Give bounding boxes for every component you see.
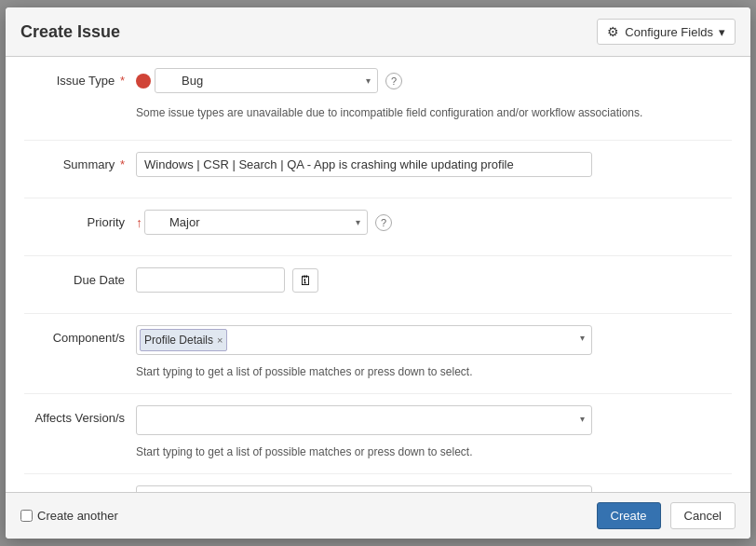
- priority-label: Priority: [24, 210, 136, 229]
- priority-row: Priority ↑ Major Blocker Critical Minor …: [24, 210, 732, 235]
- fix-version-content: ▾ Start typing to get a list of possible…: [136, 485, 732, 492]
- affects-version-section: Affects Version/s ▾ Start typing to get …: [24, 394, 732, 474]
- dialog-footer: Create another Create Cancel: [6, 492, 750, 539]
- issue-type-section: Issue Type Bug Task Story Epic ▾: [24, 57, 732, 141]
- component-tag-profile-details: Profile Details ×: [140, 329, 227, 351]
- footer-left: Create another: [20, 509, 118, 523]
- affects-version-select[interactable]: [136, 405, 592, 435]
- due-date-content: 🗓: [136, 267, 732, 293]
- calendar-icon: 🗓: [299, 273, 312, 288]
- dialog-title: Create Issue: [20, 22, 120, 42]
- chevron-down-icon: ▾: [719, 25, 725, 39]
- dialog-body: Issue Type Bug Task Story Epic ▾: [6, 57, 750, 492]
- affects-version-content: ▾ Start typing to get a list of possible…: [136, 405, 732, 458]
- due-date-row: Due Date 🗓: [24, 267, 732, 293]
- configure-fields-button[interactable]: ⚙ Configure Fields ▾: [597, 19, 736, 45]
- components-section: Component/s Profile Details × ▾: [24, 314, 732, 394]
- summary-content: [136, 152, 732, 177]
- issue-type-row: Issue Type Bug Task Story Epic ▾: [24, 68, 732, 93]
- affects-version-wrapper: ▾: [136, 405, 592, 435]
- priority-arrow-icon: ↑: [136, 215, 142, 230]
- components-multi-select[interactable]: Profile Details × ▾: [136, 325, 592, 355]
- issue-type-content: Bug Task Story Epic ▾ ?: [136, 68, 732, 93]
- issue-type-warning: Some issue types are unavailable due to …: [136, 106, 642, 119]
- priority-content: ↑ Major Blocker Critical Minor Trivial ▾: [136, 210, 732, 235]
- dialog-header: Create Issue ⚙ Configure Fields ▾: [6, 7, 750, 57]
- component-tag-remove[interactable]: ×: [217, 334, 223, 346]
- configure-fields-label: Configure Fields: [625, 25, 713, 39]
- calendar-button[interactable]: 🗓: [292, 268, 318, 293]
- affects-version-row: Affects Version/s ▾ Start typing to get …: [24, 405, 732, 458]
- due-date-input[interactable]: [136, 267, 285, 293]
- summary-input[interactable]: [136, 152, 592, 177]
- components-tags-box[interactable]: Profile Details ×: [136, 325, 592, 355]
- summary-label: Summary: [24, 152, 136, 171]
- fix-version-label: Fix Version/s: [24, 485, 136, 492]
- bug-icon: [136, 74, 151, 89]
- create-another-label[interactable]: Create another: [20, 509, 118, 523]
- priority-help-icon[interactable]: ?: [375, 214, 392, 231]
- components-content: Profile Details × ▾ Start typing to get …: [136, 325, 732, 378]
- components-label: Component/s: [24, 325, 136, 345]
- affects-version-label: Affects Version/s: [24, 405, 136, 425]
- priority-section: Priority ↑ Major Blocker Critical Minor …: [24, 198, 732, 256]
- issue-type-warning-row: Some issue types are unavailable due to …: [24, 102, 732, 119]
- cancel-button[interactable]: Cancel: [670, 502, 736, 529]
- create-another-checkbox[interactable]: [20, 510, 33, 522]
- fix-version-section: Fix Version/s ▾ Start typing to get a li…: [24, 474, 732, 492]
- create-another-text: Create another: [37, 509, 118, 523]
- fix-version-row: Fix Version/s ▾ Start typing to get a li…: [24, 485, 732, 492]
- affects-version-hint: Start typing to get a list of possible m…: [136, 445, 473, 458]
- priority-select[interactable]: Major Blocker Critical Minor Trivial: [144, 210, 368, 235]
- gear-icon: ⚙: [607, 24, 619, 39]
- due-date-section: Due Date 🗓: [24, 256, 732, 314]
- summary-section: Summary: [24, 141, 732, 198]
- dialog-overlay: Create Issue ⚙ Configure Fields ▾ Issue …: [0, 0, 756, 546]
- issue-type-select[interactable]: Bug Task Story Epic: [155, 68, 378, 93]
- issue-type-label: Issue Type: [24, 68, 136, 88]
- summary-row: Summary: [24, 152, 732, 177]
- components-row: Component/s Profile Details × ▾: [24, 325, 732, 378]
- create-issue-dialog: Create Issue ⚙ Configure Fields ▾ Issue …: [6, 7, 750, 539]
- issue-type-help-icon[interactable]: ?: [385, 73, 402, 89]
- issue-type-select-wrapper: Bug Task Story Epic ▾: [136, 68, 378, 93]
- due-date-label: Due Date: [24, 267, 136, 287]
- fix-version-wrapper: ▾: [136, 485, 592, 492]
- priority-select-wrapper: ↑ Major Blocker Critical Minor Trivial ▾: [136, 210, 368, 235]
- components-hint: Start typing to get a list of possible m…: [136, 365, 473, 378]
- create-button[interactable]: Create: [597, 502, 661, 529]
- fix-version-select[interactable]: [136, 485, 592, 492]
